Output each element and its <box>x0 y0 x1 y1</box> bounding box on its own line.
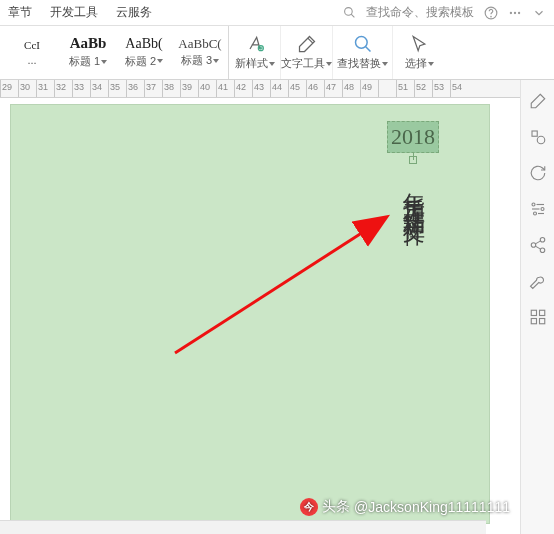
refresh-icon[interactable] <box>529 164 547 182</box>
expand-icon[interactable] <box>508 6 522 20</box>
svg-line-23 <box>535 241 540 244</box>
page: 2018 年指导工作精神文件 <box>10 104 490 524</box>
style-label: ... <box>27 54 36 66</box>
svg-rect-25 <box>531 310 536 315</box>
ruler-tick: 42 <box>234 80 252 98</box>
watermark-handle: @JacksonKing11111111 <box>354 499 510 515</box>
select-button[interactable]: 选择 <box>393 26 445 79</box>
new-style-button[interactable]: 新样式 <box>229 26 281 79</box>
style-normal[interactable]: CcI ... <box>4 26 60 79</box>
svg-point-18 <box>533 212 536 215</box>
svg-point-5 <box>514 12 515 13</box>
document-canvas[interactable]: 2018 年指导工作精神文件 <box>0 98 520 534</box>
ruler-tick: 34 <box>90 80 108 98</box>
ruler-tick: 36 <box>126 80 144 98</box>
ruler-tick: 54 <box>450 80 468 98</box>
style-preview: AaBb( <box>125 37 162 51</box>
menu-devtools[interactable]: 开发工具 <box>50 4 98 21</box>
year-text-selected[interactable]: 2018 <box>387 121 439 153</box>
ruler-tick: 47 <box>324 80 342 98</box>
svg-point-3 <box>491 16 492 17</box>
svg-point-21 <box>531 243 536 248</box>
ruler-tick: 49 <box>360 80 378 98</box>
ruler-tick: 31 <box>36 80 54 98</box>
horizontal-ruler[interactable]: 2930313233343536373839404142434445464748… <box>0 80 554 98</box>
svg-rect-27 <box>531 319 536 324</box>
ruler-tick: 32 <box>54 80 72 98</box>
right-sidebar <box>520 80 554 534</box>
search-hint: 查找命令、搜索模板 <box>366 4 474 21</box>
ruler-tick: 40 <box>198 80 216 98</box>
ruler-tick: 44 <box>270 80 288 98</box>
grid-icon[interactable] <box>529 308 547 326</box>
help-icon[interactable] <box>484 6 498 20</box>
document-title-vertical[interactable]: 年指导工作精神文件 <box>399 175 429 211</box>
ruler-tick: 46 <box>306 80 324 98</box>
ruler-tick: 37 <box>144 80 162 98</box>
horizontal-scrollbar[interactable] <box>0 520 486 534</box>
ruler-tick: 51 <box>396 80 414 98</box>
ruler-tick: 35 <box>108 80 126 98</box>
style-preview: AaBb <box>70 36 107 51</box>
svg-point-14 <box>532 203 535 206</box>
shapes-icon[interactable] <box>529 128 547 146</box>
svg-point-6 <box>519 12 520 13</box>
ruler-tick: 38 <box>162 80 180 98</box>
svg-point-4 <box>510 12 511 13</box>
watermark-prefix: 头条 <box>322 498 350 516</box>
svg-rect-28 <box>539 319 544 324</box>
collapse-icon[interactable] <box>532 6 546 20</box>
svg-rect-26 <box>539 310 544 315</box>
settings-icon[interactable] <box>529 200 547 218</box>
svg-point-8 <box>355 37 367 49</box>
style-heading3[interactable]: AaBbC( 标题 3 <box>172 26 228 79</box>
svg-point-13 <box>537 136 545 144</box>
ruler-tick: 29 <box>0 80 18 98</box>
style-label: 标题 1 <box>69 54 107 69</box>
ruler-tick: 30 <box>18 80 36 98</box>
ruler-tick: 43 <box>252 80 270 98</box>
style-gallery: CcI ... AaBb 标题 1 AaBb( 标题 2 AaBbC( 标题 3 <box>4 26 229 79</box>
find-replace-button[interactable]: 查找替换 <box>333 26 393 79</box>
svg-rect-12 <box>532 131 537 136</box>
text-tool-button[interactable]: 文字工具 <box>281 26 333 79</box>
style-heading1[interactable]: AaBb 标题 1 <box>60 26 116 79</box>
tools-icon[interactable] <box>529 272 547 290</box>
style-preview: CcI <box>24 40 40 51</box>
share-icon[interactable] <box>529 236 547 254</box>
watermark: 今 头条 @JacksonKing11111111 <box>300 498 510 516</box>
svg-point-16 <box>541 208 544 211</box>
style-preview: AaBbC( <box>178 37 221 50</box>
ruler-tick: 52 <box>414 80 432 98</box>
svg-point-20 <box>540 238 545 243</box>
ruler-tick: 41 <box>216 80 234 98</box>
svg-line-9 <box>365 47 370 52</box>
ruler-tick <box>378 80 396 98</box>
watermark-logo-icon: 今 <box>300 498 318 516</box>
menu-cloud[interactable]: 云服务 <box>116 4 152 21</box>
search-icon[interactable] <box>343 6 356 19</box>
svg-point-0 <box>345 8 353 16</box>
cursor-icon <box>409 34 429 54</box>
svg-line-24 <box>535 246 540 249</box>
ruler-tick: 48 <box>342 80 360 98</box>
new-style-icon <box>245 34 265 54</box>
ruler-tick: 33 <box>72 80 90 98</box>
menu-chapter[interactable]: 章节 <box>8 4 32 21</box>
svg-point-22 <box>540 248 545 253</box>
ruler-tick: 39 <box>180 80 198 98</box>
ruler-tick: 45 <box>288 80 306 98</box>
style-heading2[interactable]: AaBb( 标题 2 <box>116 26 172 79</box>
style-label: 标题 3 <box>181 53 219 68</box>
svg-line-1 <box>351 14 354 17</box>
style-label: 标题 2 <box>125 54 163 69</box>
text-tool-icon <box>297 34 317 54</box>
edit-icon[interactable] <box>529 92 547 110</box>
ruler-tick: 53 <box>432 80 450 98</box>
search-icon <box>353 34 373 54</box>
